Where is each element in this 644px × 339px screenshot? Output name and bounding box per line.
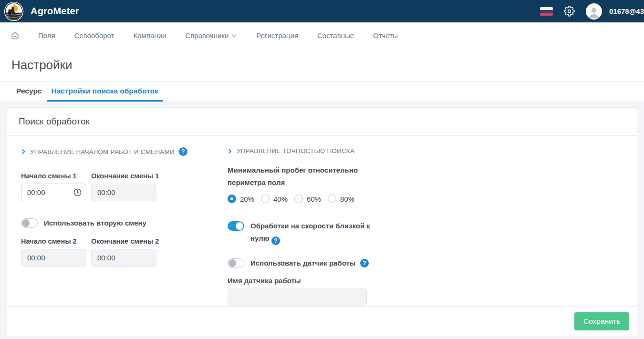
radio-40[interactable]: 40% [261, 195, 288, 203]
radio-circle-icon [294, 195, 303, 203]
nav-item-registration[interactable]: Регистрация [256, 31, 298, 40]
radio-circle-icon [261, 195, 270, 203]
save-button[interactable]: Сохранить [574, 312, 629, 330]
main-nav: Поля Севооборот Кампании Справочники Рег… [0, 22, 644, 49]
sensor-name-label: Имя датчика работы [228, 277, 629, 285]
page-title: Настройки [11, 58, 633, 72]
settings-gear-icon[interactable] [564, 6, 575, 17]
radio-80[interactable]: 80% [328, 195, 354, 203]
chevron-right-icon [21, 149, 26, 154]
clock-icon[interactable] [73, 188, 82, 196]
card-footer: Сохранить [7, 306, 637, 336]
second-shift-toggle[interactable] [21, 218, 38, 228]
main-content: Поиск обработок УПРАВЛЕНИЕ НАЧАЛОМ РАБОТ… [0, 102, 644, 336]
help-icon[interactable] [360, 259, 369, 267]
tab-search-settings[interactable]: Настройки поиска обработок [47, 82, 163, 102]
help-icon[interactable] [271, 236, 280, 245]
shift1-end-input [91, 184, 156, 201]
nav-item-fields[interactable]: Поля [38, 31, 55, 40]
nav-item-directories-label: Справочники [185, 31, 229, 40]
nav-item-composites[interactable]: Составные [317, 31, 354, 40]
work-sensor-toggle[interactable] [228, 258, 244, 268]
radio-circle-icon [328, 195, 336, 203]
zero-speed-toggle-label: Обработки на скорости близкой к нулю [250, 220, 377, 245]
radio-20[interactable]: 20% [228, 195, 254, 203]
chevron-right-icon [228, 148, 232, 154]
work-sensor-toggle-label: Использовать датчик работы [250, 258, 356, 268]
sensor-name-input [228, 288, 367, 306]
shift2-end-input [91, 249, 156, 267]
shift2-start-input [21, 249, 86, 267]
shift2-start-label: Начало смены 2 [21, 237, 86, 245]
section-shifts-header[interactable]: УПРАВЛЕНИЕ НАЧАЛОМ РАБОТ И СМЕНАМИ [21, 147, 228, 156]
shift2-end-label: Окончание смены 2 [91, 237, 156, 245]
app-title: AgroMeter [31, 6, 79, 17]
card-title: Поиск обработок [19, 116, 90, 126]
home-icon[interactable] [11, 31, 19, 40]
user-avatar[interactable] [586, 3, 602, 20]
tab-resource[interactable]: Ресурс [11, 82, 47, 102]
tab-bar: Ресурс Настройки поиска обработок [0, 82, 644, 102]
min-run-label: Минимальный пробег относительно периметр… [228, 164, 364, 189]
nav-item-directories[interactable]: Справочники [185, 31, 237, 40]
section-shifts-title: УПРАВЛЕНИЕ НАЧАЛОМ РАБОТ И СМЕНАМИ [30, 148, 175, 155]
radio-circle-icon [228, 195, 236, 203]
username[interactable]: 01678@43 [609, 7, 644, 15]
zero-speed-toggle[interactable] [228, 221, 244, 231]
nav-item-crop-rotation[interactable]: Севооборот [74, 31, 114, 40]
shift1-end-label: Окончание смены 1 [91, 172, 156, 180]
chevron-down-icon [231, 33, 237, 39]
page-title-bar: Настройки [0, 49, 644, 82]
second-shift-toggle-label: Использовать вторую смену [44, 218, 146, 228]
app-logo-icon [4, 1, 24, 21]
section-accuracy-title: УПРАВЛЕНИЕ ТОЧНОСТЬЮ ПОИСКА [237, 147, 354, 154]
min-run-radio-group: 20% 40% 60% 80% [228, 195, 629, 203]
shift1-start-label: Начало смены 1 [21, 172, 86, 180]
app-header: AgroMeter 01678@43 [0, 0, 644, 22]
card-header: Поиск обработок [7, 108, 637, 136]
help-icon[interactable] [179, 147, 187, 156]
nav-item-campaigns[interactable]: Кампании [134, 31, 166, 40]
section-accuracy-header[interactable]: УПРАВЛЕНИЕ ТОЧНОСТЬЮ ПОИСКА [228, 147, 629, 154]
radio-60[interactable]: 60% [294, 195, 321, 203]
search-settings-card: Поиск обработок УПРАВЛЕНИЕ НАЧАЛОМ РАБОТ… [7, 107, 637, 336]
nav-item-reports[interactable]: Отчеты [373, 31, 398, 40]
russia-flag-icon[interactable] [540, 7, 553, 16]
